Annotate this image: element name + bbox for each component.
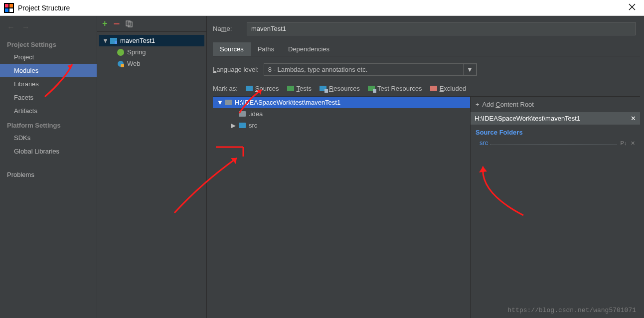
- module-column: + − ▼ mavenTest1 Spring Web: [97, 16, 207, 318]
- name-input[interactable]: [247, 22, 636, 35]
- content: Name: Sources Paths Dependencies Languag…: [207, 16, 644, 318]
- sidebar: ← → Project Settings Project Modules Lib…: [0, 16, 97, 318]
- section-project-settings: Project Settings: [0, 37, 97, 50]
- directory-idea[interactable]: .idea: [213, 108, 470, 120]
- sidebar-item-artifacts[interactable]: Artifacts: [0, 104, 97, 118]
- svg-rect-1: [5, 4, 8, 7]
- sidebar-item-sdks[interactable]: SDKs: [0, 131, 97, 145]
- mark-test-resources[interactable]: Test Resources: [368, 85, 422, 92]
- module-child-label: Web: [127, 60, 141, 67]
- mark-excluded[interactable]: Excluded: [430, 85, 466, 92]
- sidebar-item-project[interactable]: Project: [0, 50, 97, 64]
- sidebar-item-modules[interactable]: Modules: [0, 64, 97, 77]
- directory-tree: ▼ H:\IDEASpaceWork\test\mavenTest1 .idea…: [213, 97, 471, 318]
- chevron-down-icon: ▼: [217, 99, 222, 106]
- intellij-icon: [4, 3, 14, 13]
- lower-split: ▼ H:\IDEASpaceWork\test\mavenTest1 .idea…: [213, 96, 640, 318]
- mark-as-row: Mark as: Sources Tests Resources Test Re…: [213, 85, 640, 92]
- directory-src[interactable]: ▶ src: [213, 120, 470, 131]
- directory-path: H:\IDEASpaceWork\test\mavenTest1: [235, 99, 340, 106]
- module-child-label: Spring: [127, 48, 146, 56]
- mark-as-label: Mark as:: [213, 85, 238, 92]
- nav-history: ← →: [0, 21, 97, 37]
- folder-icon: [225, 100, 232, 105]
- folder-icon: [368, 86, 375, 91]
- sidebar-item-facets[interactable]: Facets: [0, 91, 97, 104]
- language-level-label: Language level:: [213, 66, 259, 73]
- close-icon[interactable]: [624, 2, 640, 13]
- mark-resources[interactable]: Resources: [320, 85, 360, 92]
- name-label: Name:: [213, 25, 241, 32]
- module-icon: [110, 38, 117, 44]
- dots-line: [490, 141, 616, 145]
- main: ← → Project Settings Project Modules Lib…: [0, 16, 644, 318]
- tab-paths[interactable]: Paths: [251, 42, 281, 56]
- language-level-value: 8 - Lambdas, type annotations etc.: [268, 66, 367, 73]
- spring-icon: [117, 49, 124, 56]
- svg-rect-4: [9, 8, 13, 12]
- chevron-down-icon: ▼: [463, 64, 477, 75]
- module-tree: ▼ mavenTest1 Spring Web: [97, 32, 206, 72]
- remove-content-root-icon[interactable]: ✕: [631, 115, 636, 122]
- forward-icon[interactable]: →: [22, 23, 30, 31]
- content-root-path: H:\IDEASpaceWork\test\mavenTest1 ✕: [471, 112, 640, 125]
- mark-sources[interactable]: Sources: [246, 85, 279, 92]
- copy-icon[interactable]: [126, 20, 133, 27]
- tab-dependencies[interactable]: Dependencies: [281, 42, 336, 56]
- section-platform-settings: Platform Settings: [0, 118, 97, 131]
- content-root-panel: + Add Content Root H:\IDEASpaceWork\test…: [471, 97, 640, 318]
- svg-rect-3: [5, 8, 8, 12]
- directory-root[interactable]: ▼ H:\IDEASpaceWork\test\mavenTest1: [213, 97, 470, 108]
- folder-icon: [430, 86, 437, 91]
- language-level-row: Language level: 8 - Lambdas, type annota…: [213, 63, 640, 76]
- folder-icon: [239, 111, 246, 117]
- svg-rect-10: [115, 41, 117, 44]
- edit-properties-icon[interactable]: P↓: [621, 140, 627, 146]
- mark-tests[interactable]: Tests: [287, 85, 312, 92]
- folder-icon: [246, 86, 253, 91]
- titlebar: Project Structure: [0, 0, 644, 16]
- module-label: mavenTest1: [120, 37, 155, 44]
- add-content-root[interactable]: + Add Content Root: [471, 97, 640, 112]
- web-icon: [117, 60, 124, 67]
- directory-label: src: [249, 122, 257, 129]
- chevron-down-icon: ▼: [102, 37, 107, 44]
- module-node-spring[interactable]: Spring: [99, 46, 204, 58]
- back-icon[interactable]: ←: [7, 23, 15, 31]
- tabs: Sources Paths Dependencies: [213, 42, 640, 56]
- sidebar-item-global-libraries[interactable]: Global Libraries: [0, 145, 97, 158]
- watermark: https://blog.csdn.net/wang5701071: [508, 307, 636, 314]
- name-row: Name:: [213, 22, 640, 35]
- folder-icon: [239, 123, 246, 128]
- module-node-web[interactable]: Web: [99, 58, 204, 69]
- plus-icon: +: [476, 101, 480, 108]
- directory-label: .idea: [249, 110, 263, 118]
- sidebar-item-libraries[interactable]: Libraries: [0, 77, 97, 91]
- window-title: Project Structure: [18, 4, 624, 12]
- language-level-select[interactable]: 8 - Lambdas, type annotations etc. ▼: [264, 63, 477, 76]
- module-toolbar: + −: [97, 16, 206, 32]
- remove-source-icon[interactable]: ✕: [631, 140, 635, 146]
- folder-icon: [287, 86, 294, 91]
- add-icon[interactable]: +: [102, 18, 108, 29]
- source-folder-item[interactable]: src P↓ ✕: [471, 138, 640, 148]
- svg-rect-2: [9, 4, 13, 7]
- content-root-path-label: H:\IDEASpaceWork\test\mavenTest1: [475, 115, 580, 122]
- sidebar-item-problems[interactable]: Problems: [0, 168, 97, 181]
- remove-icon[interactable]: −: [114, 21, 120, 26]
- module-node-root[interactable]: ▼ mavenTest1: [99, 35, 204, 46]
- folder-icon: [320, 86, 326, 91]
- tab-sources[interactable]: Sources: [213, 42, 251, 56]
- source-folders-header: Source Folders: [471, 125, 640, 138]
- source-folder-label: src: [480, 139, 488, 147]
- chevron-right-icon: ▶: [231, 122, 236, 129]
